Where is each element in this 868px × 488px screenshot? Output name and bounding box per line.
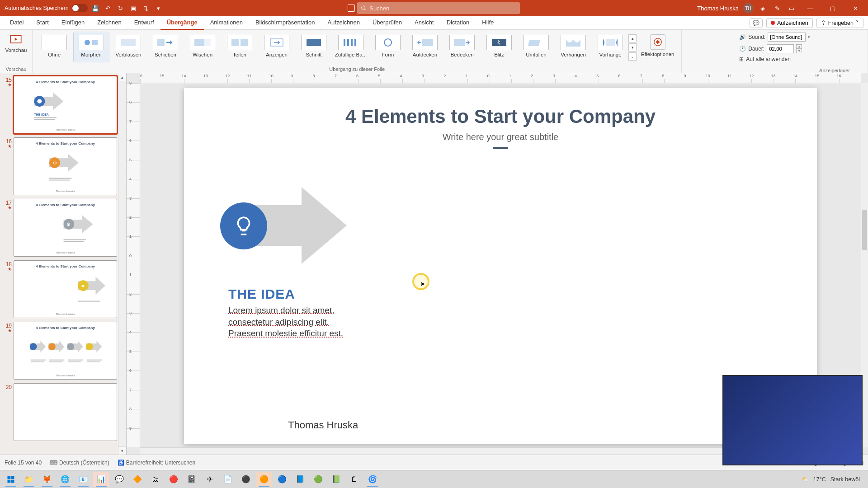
redo-icon[interactable]: ↻ [116,3,126,13]
telegram-icon[interactable]: ✈ [202,472,218,487]
idea-circle[interactable] [220,202,267,249]
transition-umfallen[interactable]: Umfallen [518,32,554,62]
chrome-icon[interactable]: 🌐 [57,472,73,487]
thumb-scrollbar[interactable]: ▴ ▾ [118,73,126,455]
transition-verhngen[interactable]: Verhängen [555,32,591,62]
transition-form[interactable]: Form [370,32,406,62]
app-icon[interactable]: 🗂 [147,472,164,487]
thumbnail-slide-17[interactable]: 17★4 Elements to Start your Company⚙Thom… [3,199,117,257]
transition-wischen[interactable]: Wischen [184,32,221,62]
app-icon[interactable]: 🔵 [274,472,290,487]
undo-icon[interactable]: ↶ [103,3,113,13]
app-icon[interactable]: 📘 [292,472,308,487]
scroll-down-button[interactable]: ▾ [118,446,126,455]
user-avatar[interactable]: TH [743,3,753,13]
file-explorer-icon[interactable]: 📁 [21,472,37,487]
tab-ansicht[interactable]: Ansicht [408,16,440,30]
tab-zeichnen[interactable]: Zeichnen [91,16,127,30]
close-button[interactable]: ✕ [846,0,864,16]
language-button[interactable]: ⌨Deutsch (Österreich) [50,460,109,466]
powerpoint-icon[interactable]: 📊 [93,472,109,487]
app-icon[interactable]: 📄 [220,472,236,487]
onenote-icon[interactable]: 📓 [184,472,200,487]
gallery-up-button[interactable]: ▴ [628,34,637,42]
app-icon[interactable]: 🗒 [346,472,363,487]
outlook-icon[interactable]: 📧 [75,472,91,487]
record-button[interactable]: Aufzeichnen [766,18,813,28]
transitions-gallery[interactable]: OhneMorphenVerblassenSchiebenWischenTeil… [36,32,628,62]
obs-icon[interactable]: ⚫ [238,472,254,487]
thumbnail-slide-19[interactable]: 19★4 Elements to Start your CompanyThoma… [3,322,117,380]
tab-entwurf[interactable]: Entwurf [128,16,160,30]
transition-zuflligeba[interactable]: Zufällige Ba... [333,32,369,62]
duration-spinner[interactable]: ▴▾ [796,44,802,53]
transition-aufdecken[interactable]: Aufdecken [407,32,443,62]
autosave-toggle[interactable]: Automatisches Speichern [5,4,88,12]
tab-uebergaenge[interactable]: Übergänge [160,16,204,30]
thumbnail-preview[interactable]: 4 Elements to Start your CompanyTHE IDEA… [14,76,117,134]
thumbnail-preview[interactable]: 4 Elements to Start your Company⚙Thomas … [14,199,117,257]
slide-author[interactable]: Thomas Hruska [288,419,358,431]
pen-icon[interactable]: ✎ [772,3,782,13]
thumbnail-slide-18[interactable]: 18★4 Elements to Start your Company★Thom… [3,260,117,318]
arrow-graphic[interactable] [220,183,351,268]
app-icon[interactable]: 🔴 [165,472,182,487]
app-icon[interactable]: 💬 [111,472,127,487]
sound-select[interactable] [768,33,806,42]
diamond-icon[interactable]: ◈ [758,3,768,13]
maximize-button[interactable]: ▢ [824,0,842,16]
app-icon[interactable]: 🟢 [310,472,326,487]
slide-title[interactable]: 4 Elements to Start your Company [184,106,817,127]
gallery-down-button[interactable]: ▾ [628,43,637,52]
slide-counter[interactable]: Folie 15 von 40 [5,460,42,466]
tab-ueberpruefen[interactable]: Überprüfen [366,16,408,30]
slide-subtitle[interactable]: Write here your great subtitle [184,132,817,142]
tab-aufzeichnen[interactable]: Aufzeichnen [321,16,366,30]
apply-all-button[interactable]: ⊞ Auf alle anwenden [739,56,810,62]
firefox-icon[interactable]: 🦊 [39,472,55,487]
transition-ohne[interactable]: Ohne [36,32,72,62]
preview-button[interactable]: Vorschau [5,32,27,53]
slide-canvas[interactable]: 4 Elements to Start your Company Write h… [184,88,817,444]
system-tray[interactable]: ⛅ 17°C Stark bewöl [802,476,865,483]
thumbnail-preview[interactable]: 4 Elements to Start your Company⚙Thomas … [14,137,117,195]
tab-bildschirmpraesentation[interactable]: Bildschirmpräsentation [249,16,321,30]
transition-morphen[interactable]: Morphen [73,32,109,62]
thumbnail-preview[interactable] [14,383,117,441]
tab-datei[interactable]: Datei [4,16,30,30]
tab-dictation[interactable]: Dictation [440,16,476,30]
start-button[interactable] [3,472,19,487]
thumbnail-preview[interactable]: 4 Elements to Start your CompanyThomas H… [14,322,117,380]
thumbnail-slide-16[interactable]: 16★4 Elements to Start your Company⚙Thom… [3,137,117,195]
save-icon[interactable]: 💾 [90,3,100,13]
toggle-icon[interactable] [71,4,88,12]
thumbnail-slide-15[interactable]: 15★4 Elements to Start your CompanyTHE I… [3,76,117,134]
content-heading[interactable]: THE IDEA [228,286,295,302]
vlc-icon[interactable]: 🔶 [129,472,146,487]
thumbnail-slide-20[interactable]: 20 [3,383,117,441]
duration-input[interactable] [767,44,794,53]
transition-blitz[interactable]: Blitz [481,32,517,62]
tab-start[interactable]: Start [30,16,55,30]
share-button[interactable]: ⇪Freigeben˅ [816,18,863,28]
transition-verblassen[interactable]: Verblassen [110,32,146,62]
slide-thumbnail-pane[interactable]: 15★4 Elements to Start your CompanyTHE I… [0,73,127,455]
edge-icon[interactable]: 🌀 [364,472,381,487]
comments-icon[interactable]: 💬 [750,18,763,28]
transition-teilen[interactable]: Teilen [222,32,258,62]
effect-options-button[interactable]: Effektoptionen [637,32,678,57]
transition-schnitt[interactable]: Schnitt [296,32,332,62]
search-box[interactable] [357,2,520,14]
scroll-up-button[interactable]: ▴ [118,73,126,81]
tab-einfuegen[interactable]: Einfügen [55,16,91,30]
content-body[interactable]: Lorem ipsum dolor sit amet,consectetur a… [228,305,346,339]
tab-animationen[interactable]: Animationen [204,16,249,30]
chevron-down-icon[interactable]: ▾ [808,35,810,39]
from-beginning-icon[interactable]: ▣ [128,3,138,13]
search-input[interactable] [369,5,516,12]
transition-vorhnge[interactable]: Vorhänge [592,32,628,62]
app-icon[interactable]: 🟠 [256,472,272,487]
window-layout-icon[interactable]: ▭ [787,3,797,13]
transition-bedecken[interactable]: Bedecken [444,32,480,62]
tab-hilfe[interactable]: Hilfe [476,16,500,30]
